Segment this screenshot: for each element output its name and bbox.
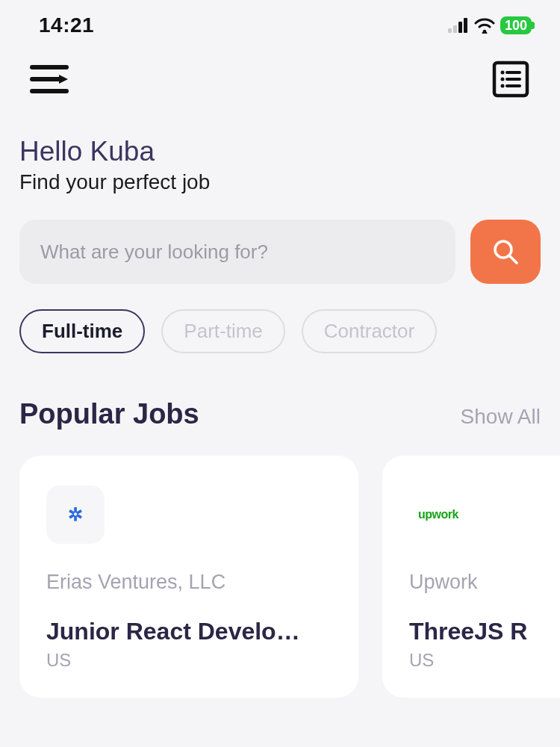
- menu-button[interactable]: [28, 58, 70, 100]
- popular-cards-row[interactable]: ✲ Erias Ventures, LLC Junior React Devel…: [0, 430, 560, 698]
- job-location: US: [409, 650, 560, 671]
- filter-chip-contractor[interactable]: Contractor: [302, 309, 437, 353]
- svg-rect-0: [448, 28, 452, 33]
- svg-line-17: [510, 256, 517, 263]
- menu-icon: [29, 63, 69, 96]
- search-row: [0, 194, 560, 284]
- svg-rect-2: [458, 22, 462, 33]
- greeting-block: Hello Kuba Find your perfect job: [0, 100, 560, 194]
- status-time: 14:21: [39, 13, 94, 37]
- status-right: 100: [448, 16, 532, 34]
- company-name: Erias Ventures, LLC: [46, 571, 332, 594]
- filter-chip-full-time[interactable]: Full-time: [19, 309, 145, 353]
- battery-indicator: 100: [500, 16, 532, 34]
- svg-point-14: [501, 84, 505, 88]
- svg-rect-3: [464, 18, 467, 33]
- list-button[interactable]: [490, 58, 532, 100]
- company-logo-icon: ✲: [46, 486, 105, 544]
- svg-point-10: [501, 71, 505, 75]
- company-logo-icon: upwork: [409, 486, 467, 544]
- show-all-link[interactable]: Show All: [461, 405, 541, 429]
- svg-marker-7: [59, 75, 68, 84]
- job-card[interactable]: ✲ Erias Ventures, LLC Junior React Devel…: [19, 456, 358, 698]
- popular-section-header: Popular Jobs Show All: [0, 353, 560, 430]
- search-input[interactable]: [19, 220, 455, 284]
- top-nav: [0, 45, 560, 100]
- wifi-icon: [474, 17, 495, 34]
- job-card[interactable]: upwork Upwork ThreeJS R US: [382, 456, 560, 698]
- job-location: US: [46, 650, 332, 671]
- svg-point-16: [495, 241, 511, 258]
- status-bar: 14:21 100: [0, 0, 560, 45]
- search-icon: [491, 238, 520, 266]
- job-title: ThreeJS R: [409, 618, 560, 645]
- popular-title: Popular Jobs: [19, 398, 199, 430]
- filter-row: Full-time Part-time Contractor: [0, 284, 560, 353]
- greeting-hello: Hello Kuba: [19, 136, 541, 167]
- job-title: Junior React Develo…: [46, 618, 332, 645]
- list-icon: [491, 60, 530, 99]
- svg-rect-1: [453, 25, 457, 33]
- svg-point-4: [483, 30, 487, 34]
- company-name: Upwork: [409, 571, 560, 594]
- filter-chip-part-time[interactable]: Part-time: [161, 309, 284, 353]
- cellular-signal-icon: [448, 18, 469, 33]
- svg-point-12: [501, 78, 505, 81]
- search-button[interactable]: [470, 220, 541, 284]
- greeting-subtitle: Find your perfect job: [19, 170, 541, 194]
